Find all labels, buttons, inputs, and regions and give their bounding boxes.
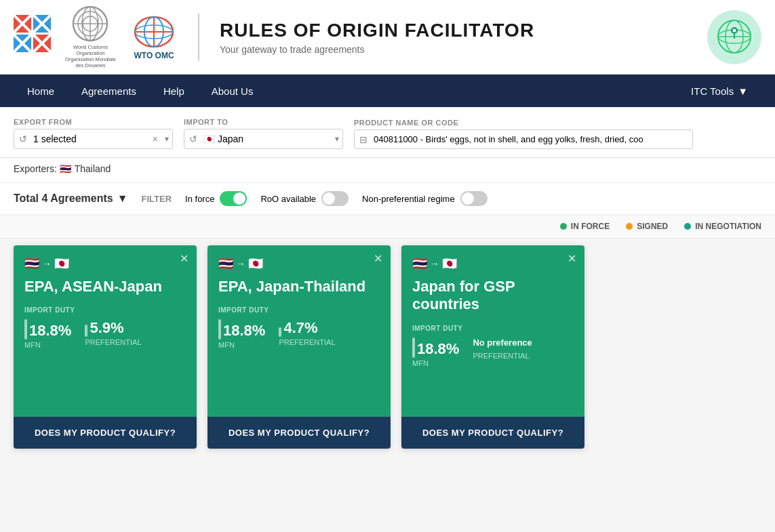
card-flags-1: 🇹🇭 → 🇯🇵 <box>24 256 186 271</box>
card-body-3: ✕ 🇹🇭 → 🇯🇵 Japan for GSP countries IMPORT… <box>401 245 584 417</box>
japan-flag-card3: 🇯🇵 <box>442 256 457 271</box>
card-close-1[interactable]: ✕ <box>180 252 188 265</box>
card-japan-gsp: ✕ 🇹🇭 → 🇯🇵 Japan for GSP countries IMPORT… <box>401 245 584 449</box>
legend-row: IN FORCE SIGNED IN NEGOTIATION <box>0 215 775 239</box>
mfn-pct-3: 18.8% <box>417 340 459 358</box>
product-group: PRODUCT NAME OR CODE ⊟ <box>354 119 693 149</box>
card-mfn-3: 18.8% MFN <box>412 337 459 367</box>
roo-toggle-track[interactable] <box>321 191 349 206</box>
itc-tools-label: ITC Tools <box>691 85 734 97</box>
legend-signed: SIGNED <box>626 222 668 231</box>
in-force-toggle-track[interactable] <box>220 191 247 206</box>
nav-help[interactable]: Help <box>150 75 198 107</box>
negotiation-legend-label: IN NEGOTIATION <box>695 222 761 231</box>
agreements-bar: Total 4 Agreements ▼ FILTER In force RoO… <box>0 183 775 215</box>
import-to-label: IMPORT TO <box>184 118 343 126</box>
card-mfn-2: 18.8% MFN <box>218 319 265 349</box>
dropdown-arrow-icon: ▾ <box>165 134 169 144</box>
header-divider <box>198 14 199 61</box>
roo-label: RoO available <box>260 194 316 204</box>
chevron-down-icon: ▼ <box>738 85 748 97</box>
main-nav: Home Agreements Help About Us ITC Tools … <box>0 75 775 107</box>
card-body-1: ✕ 🇹🇭 → 🇯🇵 EPA, ASEAN-Japan IMPORT DUTY 1… <box>14 245 197 417</box>
in-force-chip: In force <box>185 191 247 206</box>
card-close-2[interactable]: ✕ <box>374 252 382 265</box>
card-duties-3: 18.8% MFN No preference Preferential <box>412 337 574 367</box>
card-footer-1: DOES MY PRODUCT QUALIFY? <box>14 417 197 449</box>
thailand-flag-card2: 🇹🇭 <box>218 256 233 271</box>
export-from-group: EXPORT FROM ↺ × ▾ <box>14 118 173 149</box>
signed-dot <box>626 223 633 230</box>
non-pref-toggle-track[interactable] <box>460 191 488 206</box>
in-force-legend-label: IN FORCE <box>571 222 610 231</box>
product-label: PRODUCT NAME OR CODE <box>354 119 693 127</box>
thailand-flag-card3: 🇹🇭 <box>412 256 427 271</box>
app-title: RULES OF ORIGIN FACILITATOR <box>220 20 694 41</box>
non-pref-toggle[interactable] <box>460 191 488 206</box>
non-pref-label: Non-preferential regime <box>362 194 455 204</box>
nav-about[interactable]: About Us <box>198 75 267 107</box>
card-epa-asean-japan: ✕ 🇹🇭 → 🇯🇵 EPA, ASEAN-Japan IMPORT DUTY 1… <box>14 245 197 449</box>
thailand-flag: 🇹🇭 <box>60 163 71 174</box>
card-title-1: EPA, ASEAN-Japan <box>24 278 186 295</box>
mfn-pct-2: 18.8% <box>223 322 265 340</box>
in-force-toggle[interactable] <box>220 191 247 206</box>
itc-logo: ITC <box>14 14 51 61</box>
in-force-dot <box>560 223 567 230</box>
itc-tools-menu[interactable]: ITC Tools ▼ <box>677 85 761 97</box>
card-title-3: Japan for GSP countries <box>412 278 574 314</box>
legend-negotiation: IN NEGOTIATION <box>684 222 761 231</box>
product-wrapper: ⊟ <box>354 129 693 149</box>
export-from-label: EXPORT FROM <box>14 118 173 126</box>
card-epa-japan-thailand: ✕ 🇹🇭 → 🇯🇵 EPA, Japan-Thailand IMPORT DUT… <box>207 245 391 449</box>
import-to-input[interactable] <box>184 129 343 149</box>
legend-in-force: IN FORCE <box>560 222 610 231</box>
wco-logo: World Customs OrganizationOrganisation M… <box>62 5 119 68</box>
mfn-label-2: MFN <box>218 341 265 349</box>
nav-agreements[interactable]: Agreements <box>68 75 150 107</box>
card-duties-2: 18.8% MFN 4.7% Preferential <box>218 319 380 349</box>
clear-icon[interactable]: × <box>153 134 158 144</box>
cards-area: ✕ 🇹🇭 → 🇯🇵 EPA, ASEAN-Japan IMPORT DUTY 1… <box>0 239 775 469</box>
roo-toggle[interactable] <box>321 191 349 206</box>
thailand-flag-card1: 🇹🇭 <box>24 256 39 271</box>
agreements-dropdown-icon[interactable]: ▼ <box>117 192 128 205</box>
card-close-3[interactable]: ✕ <box>568 252 576 265</box>
negotiation-dot <box>684 223 691 230</box>
pref-label-3: Preferential <box>473 352 532 360</box>
filter-label: FILTER <box>142 194 172 204</box>
card-body-2: ✕ 🇹🇭 → 🇯🇵 EPA, Japan-Thailand IMPORT DUT… <box>207 245 391 417</box>
mfn-label-1: MFN <box>24 341 71 349</box>
agreements-count: Total 4 Agreements ▼ <box>14 192 128 205</box>
agreements-count-label: Total 4 Agreements <box>14 192 113 205</box>
export-from-input[interactable] <box>14 129 173 149</box>
card-flags-3: 🇹🇭 → 🇯🇵 <box>412 256 574 271</box>
qualify-btn-3[interactable]: DOES MY PRODUCT QUALIFY? <box>412 425 574 441</box>
filter-row: EXPORT FROM ↺ × ▾ IMPORT TO ↺ ▾ PRODUCT … <box>14 118 761 149</box>
logos: ITC World Customs OrganizationOrganisati… <box>14 5 178 68</box>
qualify-btn-1[interactable]: DOES MY PRODUCT QUALIFY? <box>24 425 186 441</box>
japan-flag-card2: 🇯🇵 <box>248 256 263 271</box>
japan-flag-card1: 🇯🇵 <box>54 256 69 271</box>
nav-home[interactable]: Home <box>14 75 68 107</box>
exporter-name: Thailand <box>75 163 111 174</box>
card-title-2: EPA, Japan-Thailand <box>218 278 380 295</box>
pref-label-1: Preferential <box>85 338 141 346</box>
wto-logo: WTO OMC <box>130 14 178 60</box>
card-footer-3: DOES MY PRODUCT QUALIFY? <box>401 417 584 449</box>
svg-point-29 <box>732 29 736 33</box>
no-preference-text: No preference <box>473 337 532 350</box>
card-import-label-2: IMPORT DUTY <box>218 306 380 314</box>
refresh-icon: ↺ <box>19 134 27 144</box>
qualify-btn-2[interactable]: DOES MY PRODUCT QUALIFY? <box>218 425 380 441</box>
export-from-wrapper: ↺ × ▾ <box>14 129 173 149</box>
mfn-bar-3 <box>412 337 415 358</box>
product-icon: ⊟ <box>359 134 367 145</box>
pref-pct-1: 5.9% <box>90 319 123 337</box>
card-pref-1: 5.9% Preferential <box>85 319 141 349</box>
header: ITC World Customs OrganizationOrganisati… <box>0 0 775 75</box>
product-input[interactable] <box>354 129 693 149</box>
mfn-bar-2 <box>218 319 221 340</box>
roo-toggle-thumb <box>323 192 335 205</box>
card-flags-2: 🇹🇭 → 🇯🇵 <box>218 256 380 271</box>
